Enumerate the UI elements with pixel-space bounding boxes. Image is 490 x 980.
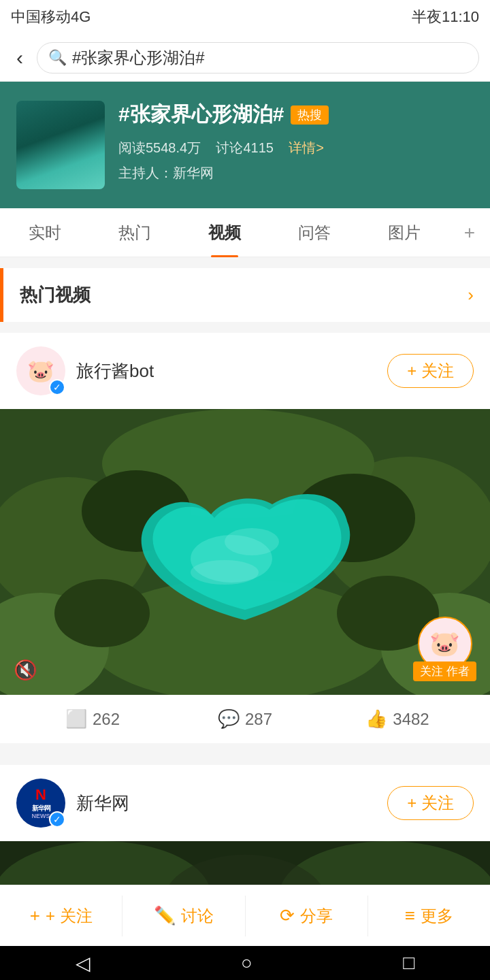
- search-icon: 🔍: [48, 49, 67, 67]
- tab-images[interactable]: 图片: [359, 208, 449, 257]
- tab-video[interactable]: 视频: [180, 208, 270, 257]
- follow-overlay-button-1[interactable]: 关注 作者: [413, 662, 476, 681]
- tab-more-button[interactable]: +: [449, 222, 490, 244]
- hot-section-arrow: ›: [468, 284, 474, 306]
- svg-point-9: [54, 579, 150, 647]
- topic-thumbnail: [16, 101, 105, 189]
- video-card-1: 🐷 ✓ 旅行酱bot + 关注: [0, 333, 490, 743]
- tabs: 实时 热门 视频 问答 图片 +: [0, 208, 490, 257]
- avatar-wrap-1: 🐷 ✓: [16, 346, 65, 395]
- video-thumbnail-1[interactable]: 🔇 🐷 关注 作者: [0, 409, 490, 695]
- card-author-2: N 新华网 NEWS ✓ 新华网 + 关注: [0, 765, 490, 841]
- time-text: 半夜11:10: [412, 7, 479, 27]
- share-action-label: 分享: [300, 905, 333, 927]
- share-action[interactable]: ⟳ 分享: [246, 896, 368, 936]
- discuss-action-icon: ✏️: [154, 905, 176, 926]
- search-query: #张家界心形湖泊#: [72, 47, 468, 69]
- tab-realtime[interactable]: 实时: [0, 208, 90, 257]
- topic-title: #张家界心形湖泊# 热搜: [118, 101, 474, 129]
- author-name-1: 旅行酱bot: [76, 359, 376, 383]
- carrier-text: 中国移动4G: [11, 7, 91, 27]
- share-count: 262: [93, 710, 120, 729]
- like-icon: 👍: [365, 708, 387, 730]
- follow-button-1[interactable]: + 关注: [387, 354, 474, 388]
- share-stat-1[interactable]: ⬜ 262: [16, 708, 169, 730]
- topic-info: #张家界心形湖泊# 热搜 阅读5548.4万 讨论4115 详情> 主持人：新华…: [118, 101, 474, 182]
- topic-stats: 阅读5548.4万 讨论4115 详情>: [118, 137, 474, 159]
- author-name-2: 新华网: [76, 791, 376, 815]
- discuss-action-label: 讨论: [181, 905, 214, 927]
- divider-1: [0, 743, 490, 754]
- nav-home-button[interactable]: ○: [241, 952, 252, 974]
- topic-header: #张家界心形湖泊# 热搜 阅读5548.4万 讨论4115 详情> 主持人：新华…: [0, 82, 490, 208]
- svg-point-13: [191, 560, 259, 585]
- more-action[interactable]: ≡ 更多: [368, 896, 490, 936]
- bottom-bar: + + 关注 ✏️ 讨论 ⟳ 分享 ≡ 更多: [0, 885, 490, 946]
- nav-back-button[interactable]: ◁: [76, 952, 91, 975]
- comment-icon: 💬: [218, 708, 240, 730]
- nav-recent-button[interactable]: □: [403, 952, 414, 974]
- mute-icon[interactable]: 🔇: [14, 659, 37, 681]
- follow-action[interactable]: + + 关注: [0, 896, 122, 936]
- card-author-1: 🐷 ✓ 旅行酱bot + 关注: [0, 333, 490, 409]
- follow-action-label: + 关注: [46, 905, 93, 927]
- status-bar: 中国移动4G 半夜11:10: [0, 0, 490, 34]
- hot-section[interactable]: 热门视频 ›: [0, 268, 490, 322]
- share-action-icon: ⟳: [280, 905, 295, 926]
- video-overlay-left: 🔇: [14, 659, 37, 681]
- nav-bar: ◁ ○ □: [0, 946, 490, 980]
- comment-count: 287: [245, 710, 272, 729]
- like-stat-1[interactable]: 👍 3482: [321, 708, 474, 730]
- share-icon: ⬜: [65, 708, 87, 730]
- video-stats-1: ⬜ 262 💬 287 👍 3482: [0, 695, 490, 743]
- svg-point-12: [225, 528, 279, 555]
- avatar-wrap-2: N 新华网 NEWS ✓: [16, 779, 65, 828]
- topic-host: 主持人：新华网: [118, 164, 474, 182]
- author-overlay-1[interactable]: 🐷 关注 作者: [413, 617, 476, 681]
- hot-section-title: 热门视频: [20, 283, 468, 307]
- back-button[interactable]: ‹: [11, 44, 29, 72]
- verified-badge-2: ✓: [49, 811, 65, 828]
- search-bar: ‹ 🔍 #张家界心形湖泊#: [0, 34, 490, 82]
- search-input-wrap[interactable]: 🔍 #张家界心形湖泊#: [37, 42, 479, 74]
- like-count: 3482: [393, 710, 429, 729]
- comment-stat-1[interactable]: 💬 287: [169, 708, 321, 730]
- more-action-icon: ≡: [405, 905, 415, 926]
- follow-button-2[interactable]: + 关注: [387, 786, 474, 820]
- more-action-label: 更多: [421, 905, 453, 927]
- hot-badge: 热搜: [291, 105, 329, 125]
- verified-badge-1: ✓: [49, 379, 65, 395]
- tab-hot[interactable]: 热门: [90, 208, 180, 257]
- discuss-action[interactable]: ✏️ 讨论: [122, 896, 245, 936]
- follow-action-icon: +: [30, 905, 40, 926]
- tab-qa[interactable]: 问答: [270, 208, 359, 257]
